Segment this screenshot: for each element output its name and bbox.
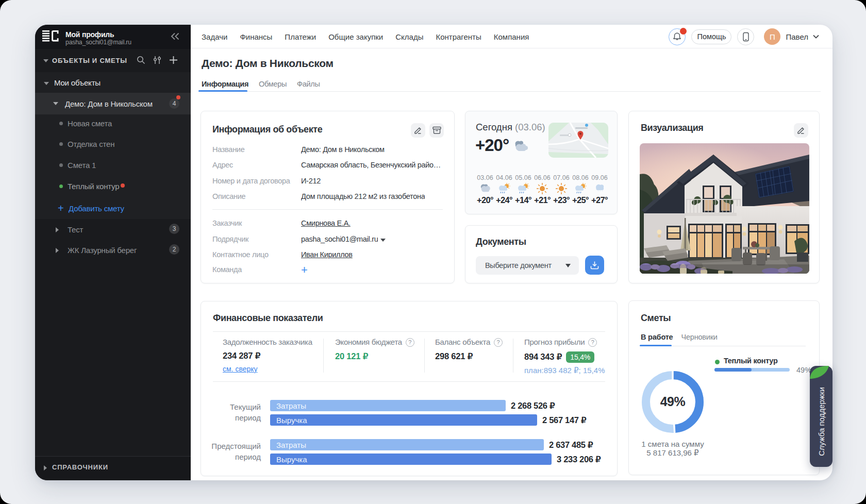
- svg-text:49%: 49%: [660, 394, 686, 409]
